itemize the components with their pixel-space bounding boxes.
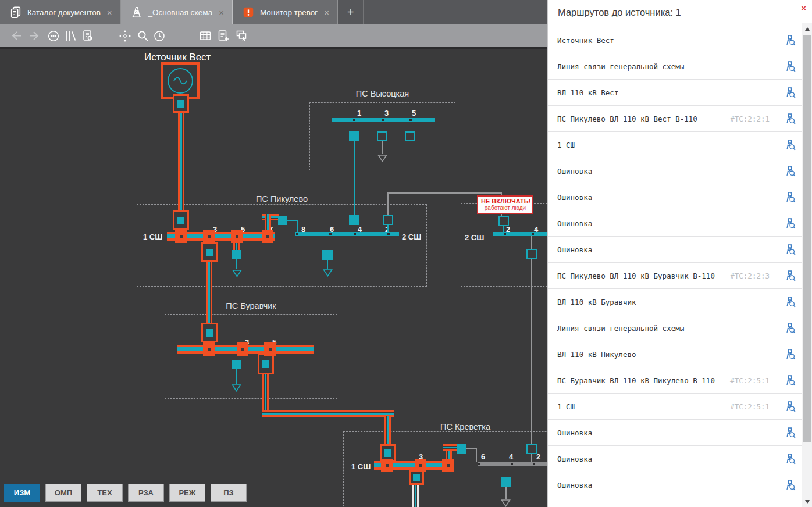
tab-close-icon[interactable]: × <box>107 8 112 17</box>
tab-close-icon[interactable]: × <box>219 8 224 17</box>
scroll-down-icon[interactable] <box>802 497 812 506</box>
find-on-schema-icon[interactable] <box>783 452 796 465</box>
find-on-schema-icon[interactable] <box>783 348 796 360</box>
route-list-item[interactable]: 1 СШ #TC:2:5:1 <box>548 394 803 420</box>
route-list-item[interactable]: ПС Пикулево ВЛ 110 кВ Вест В-110 #TC:2:2… <box>548 106 803 132</box>
back-icon[interactable] <box>9 29 23 43</box>
switch-open[interactable] <box>377 131 387 141</box>
switch-closed[interactable] <box>501 477 511 487</box>
switch-open[interactable] <box>498 216 509 226</box>
panel-close-icon[interactable]: × <box>801 3 806 13</box>
table-icon[interactable] <box>198 29 212 43</box>
switch-closed[interactable] <box>349 131 359 141</box>
find-on-schema-icon[interactable] <box>783 322 796 334</box>
find-on-schema-icon[interactable] <box>783 426 796 439</box>
breaker-route[interactable] <box>201 242 218 262</box>
find-on-schema-icon[interactable] <box>783 479 796 491</box>
route-list-item[interactable]: Ошиновка <box>548 472 803 498</box>
switch-closed[interactable] <box>322 250 333 260</box>
route-list-item[interactable]: Источник Вест <box>548 27 803 53</box>
find-on-schema-icon[interactable] <box>783 86 796 99</box>
feeder-line <box>382 141 383 154</box>
schema-canvas[interactable]: Источник Вест ПС Высоцкая 1 3 5 <box>0 49 547 507</box>
bay-label: 3 <box>384 109 389 117</box>
route-list-item[interactable]: Ошиновка <box>548 210 803 237</box>
do-not-switch-sign: НЕ ВКЛЮЧАТЬ! работают люди <box>477 195 533 214</box>
mode-button-реж[interactable]: РЕЖ <box>169 484 205 502</box>
tie-line <box>297 220 298 232</box>
route-list: Источник Вест Линия связи генеральной сх… <box>548 27 803 507</box>
route-item-badge: #TC:2:2:3 <box>730 272 770 280</box>
route-list-item[interactable]: Ошиновка <box>548 158 803 184</box>
route-list-item[interactable]: ПС Буравчик ВЛ 110 кВ Пикулево В-110 #TC… <box>548 367 803 394</box>
breaker-route[interactable] <box>258 354 274 374</box>
route-list-item[interactable]: Ошиновка <box>548 446 803 472</box>
tab-main-schema[interactable]: _Основная схема × <box>121 0 233 24</box>
switch-closed[interactable] <box>349 215 359 225</box>
switch-closed[interactable] <box>232 360 241 369</box>
route-line <box>262 374 269 410</box>
breaker-route[interactable] <box>201 323 218 342</box>
route-line <box>206 262 212 323</box>
source-breaker[interactable] <box>173 94 189 113</box>
route-list-item[interactable]: ВЛ 110 кВ Буравчик <box>548 289 803 315</box>
zoom-icon[interactable] <box>136 29 150 43</box>
switch-open[interactable] <box>526 444 537 454</box>
bay-label: 6 <box>481 452 485 461</box>
find-on-schema-icon[interactable] <box>783 34 796 47</box>
breaker-route[interactable] <box>173 210 189 230</box>
find-on-schema-icon[interactable] <box>783 165 796 177</box>
library-icon[interactable] <box>64 29 78 43</box>
pan-icon[interactable] <box>118 29 132 43</box>
route-list-item[interactable]: Ошиновка <box>548 420 803 446</box>
route-list-item[interactable]: Линия связи генеральной схемы <box>548 315 803 341</box>
route-list-item[interactable]: Линия связи генеральной схемы <box>548 53 803 80</box>
document-settings-icon[interactable] <box>81 29 95 43</box>
panel-scrollbar[interactable] <box>802 23 812 507</box>
switch-closed[interactable] <box>232 250 241 259</box>
find-on-schema-icon[interactable] <box>783 295 796 308</box>
switch-open[interactable] <box>526 249 537 259</box>
route-list-item[interactable]: ПС Пикулево ВЛ 110 кВ Буравчик В-110 #TC… <box>548 263 803 289</box>
route-list-item[interactable]: 1 СШ <box>548 132 803 158</box>
tab-close-icon[interactable]: × <box>324 8 329 17</box>
report-add-icon[interactable] <box>216 29 230 43</box>
find-on-schema-icon[interactable] <box>783 138 796 151</box>
switch-open[interactable] <box>405 131 415 141</box>
mode-button-тех[interactable]: ТЕХ <box>87 484 123 502</box>
switch-closed[interactable] <box>278 216 287 225</box>
find-on-schema-icon[interactable] <box>783 269 796 282</box>
route-list-item[interactable]: Ошиновка <box>548 237 803 263</box>
route-list-item[interactable]: ВЛ 110 кВ Вест <box>548 80 803 106</box>
scroll-thumb[interactable] <box>803 35 811 442</box>
route-list-item[interactable]: ВЛ 110 кВ Пикулево <box>548 341 803 367</box>
tab-alarm-monitor[interactable]: Монитор тревог × <box>233 0 338 24</box>
route-item-label: Линия связи генеральной схемы <box>557 324 684 333</box>
generator-circle <box>168 68 193 94</box>
find-on-schema-icon[interactable] <box>783 374 796 387</box>
forward-icon[interactable] <box>27 29 41 43</box>
route-list-item[interactable]: Ошиновка <box>548 184 803 210</box>
find-on-schema-icon[interactable] <box>783 191 796 203</box>
route-item-label: ВЛ 110 кВ Вест <box>557 88 618 97</box>
busbar <box>493 232 547 236</box>
screens-pointer-icon[interactable] <box>235 29 249 43</box>
history-icon[interactable] <box>152 29 166 43</box>
find-on-schema-icon[interactable] <box>783 60 796 73</box>
switch-open[interactable] <box>383 215 393 225</box>
find-on-schema-icon[interactable] <box>783 112 796 125</box>
tab-bar: Каталог документов × _Основная схема × <box>0 0 547 24</box>
find-on-schema-icon[interactable] <box>783 243 796 256</box>
sign-line2: работают люди <box>481 205 529 211</box>
switch-closed[interactable] <box>457 444 466 454</box>
scroll-up-icon[interactable] <box>802 24 812 34</box>
tab-document-catalog[interactable]: Каталог документов × <box>0 0 121 24</box>
mode-button-омп[interactable]: ОМП <box>45 484 81 502</box>
find-on-schema-icon[interactable] <box>783 400 796 413</box>
mode-button-пз[interactable]: ПЗ <box>211 484 247 502</box>
find-on-schema-icon[interactable] <box>783 217 796 230</box>
new-tab-button[interactable]: + <box>338 0 364 24</box>
mode-button-рза[interactable]: РЗА <box>128 484 164 502</box>
mode-button-изм[interactable]: ИЗМ <box>4 484 40 502</box>
more-options-icon[interactable] <box>47 29 60 43</box>
